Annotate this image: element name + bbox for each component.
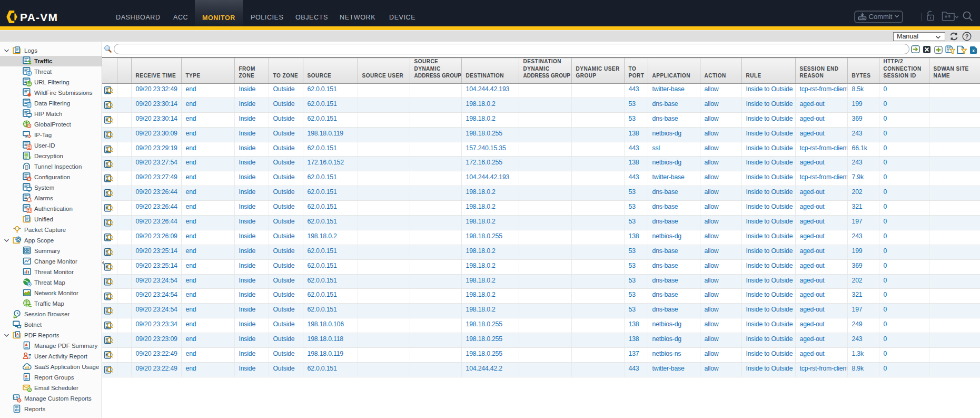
svg-text:?: ?	[965, 33, 969, 40]
svg-text:x: x	[972, 47, 975, 53]
